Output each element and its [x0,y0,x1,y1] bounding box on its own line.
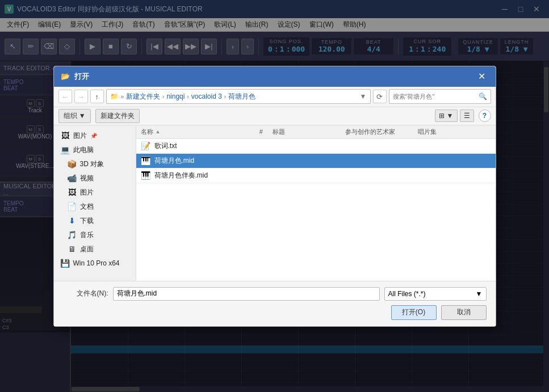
nav-back-button[interactable]: ← [58,90,72,103]
folder-icon-videos: 📹 [68,174,77,183]
folder-icon-pictures: 🖼 [68,188,77,197]
folder-icon-pictures-pinned: 🖼 [61,131,70,140]
col-title-header[interactable]: 标题 [273,128,345,136]
folder-3d-objects[interactable]: 📦 3D 对象 [54,157,136,171]
path-segment-1[interactable]: 新建文件夹 [126,92,160,102]
dialog-body: 🖼 图片 📌 💻 此电脑 📦 3D 对象 📹 视频 🖼 [54,125,496,281]
folder-icon-this-pc: 💻 [61,145,70,154]
files-panel: 名称 ▲ # 标题 参与创作的艺术家 唱片集 📝 歌词.txt [136,125,496,281]
refresh-button[interactable]: ⟳ [373,90,387,103]
file-dialog: 📂 打开 ✕ ← → ↑ 📁 » 新建文件夹 › ningqi › vocalo… [53,66,496,327]
file-name-lyrics: 歌词.txt [154,141,259,151]
dialog-title: 📂 打开 [61,71,89,82]
dialog-footer: 文件名(N): All Files (*.*) ▼ 打开(O) 取消 [54,281,496,326]
file-icon-mid-main: 🎹 [141,155,151,166]
folder-this-pc[interactable]: 💻 此电脑 [54,143,136,157]
dialog-toolbar: 组织 ▼ 新建文件夹 ⊞ ▼ ☰ ? [54,107,496,125]
nav-forward-button[interactable]: → [74,90,88,103]
folder-icon-desktop: 🖥 [68,245,77,254]
file-icon-mid-accomp: 🎹 [141,170,151,180]
files-header: 名称 ▲ # 标题 参与创作的艺术家 唱片集 [136,125,496,139]
col-name-header[interactable]: 名称 ▲ [141,128,250,136]
organize-button[interactable]: 组织 ▼ [58,109,91,123]
help-button[interactable]: ? [479,109,491,122]
open-button[interactable]: 打开(O) [391,305,437,320]
folder-music[interactable]: 🎵 音乐 [54,228,136,242]
filename-input[interactable] [113,287,380,301]
path-dropdown-icon[interactable]: ▼ [360,92,367,100]
folder-icon-path: 📁 [110,92,119,100]
folder-pictures[interactable]: 🖼 图片 [54,186,136,200]
file-icon-txt: 📝 [141,141,151,151]
dialog-close-button[interactable]: ✕ [475,70,489,83]
file-row-mid-accomp[interactable]: 🎹 荷塘月色伴奏.mid [136,168,496,183]
view-toggle-button[interactable]: ⊞ ▼ [435,109,457,122]
view-buttons: ⊞ ▼ ☰ [435,109,473,122]
search-icon: 🔍 [479,92,487,100]
dialog-title-icon: 📂 [61,72,70,81]
folder-downloads[interactable]: ⬇ 下载 [54,214,136,228]
path-segment-3[interactable]: vocaloid 3 [191,92,222,100]
view-detail-button[interactable]: ☰ [460,109,474,122]
col-artist-header[interactable]: 参与创作的艺术家 [345,128,418,136]
path-bar: 📁 » 新建文件夹 › ningqi › vocaloid 3 › 荷塘月色 ▼ [106,89,371,104]
footer-buttons-row: 打开(O) 取消 [63,305,487,320]
folder-icon-downloads: ⬇ [68,216,77,225]
folders-panel: 🖼 图片 📌 💻 此电脑 📦 3D 对象 📹 视频 🖼 [54,125,136,281]
folder-icon-win10: 💾 [61,259,70,268]
nav-up-button[interactable]: ↑ [90,90,104,103]
filetype-select[interactable]: All Files (*.*) ▼ [384,287,487,301]
col-hash-header[interactable]: # [250,128,273,135]
file-row-lyrics[interactable]: 📝 歌词.txt [136,139,496,154]
cancel-button[interactable]: 取消 [441,305,487,320]
dialog-title-text: 打开 [74,71,89,82]
col-album-header[interactable]: 唱片集 [418,128,491,136]
filetype-dropdown-icon: ▼ [476,290,483,298]
pin-icon-pictures: 📌 [90,132,97,139]
file-name-mid-accomp: 荷塘月色伴奏.mid [154,171,259,180]
folder-icon-documents: 📄 [68,202,77,211]
new-folder-button[interactable]: 新建文件夹 [95,109,140,123]
folder-videos[interactable]: 📹 视频 [54,171,136,186]
folder-pictures-pinned[interactable]: 🖼 图片 📌 [54,129,136,143]
file-row-mid-main[interactable]: 🎹 荷塘月色.mid [136,154,496,168]
folder-icon-music: 🎵 [68,230,77,239]
path-segment-4[interactable]: 荷塘月色 [228,92,255,102]
modal-overlay: 📂 打开 ✕ ← → ↑ 📁 » 新建文件夹 › ningqi › vocalo… [0,0,549,392]
dialog-title-bar: 📂 打开 ✕ [54,66,496,87]
search-input[interactable] [393,93,476,100]
folder-desktop[interactable]: 🖥 桌面 [54,242,136,256]
folder-documents[interactable]: 📄 文档 [54,200,136,214]
search-bar: 🔍 [389,89,491,104]
folder-win10[interactable]: 💾 Win 10 Pro x64 [54,256,136,270]
dialog-nav: ← → ↑ 📁 » 新建文件夹 › ningqi › vocaloid 3 › … [54,87,496,107]
filetype-value: All Files (*.*) [388,290,426,298]
footer-filename-row: 文件名(N): All Files (*.*) ▼ [63,287,487,301]
filename-label: 文件名(N): [63,289,108,298]
path-segment-2[interactable]: ningqi [166,92,185,100]
folder-icon-3d: 📦 [68,159,77,168]
file-name-mid-main: 荷塘月色.mid [154,156,259,166]
sort-arrow-name: ▲ [156,129,161,134]
